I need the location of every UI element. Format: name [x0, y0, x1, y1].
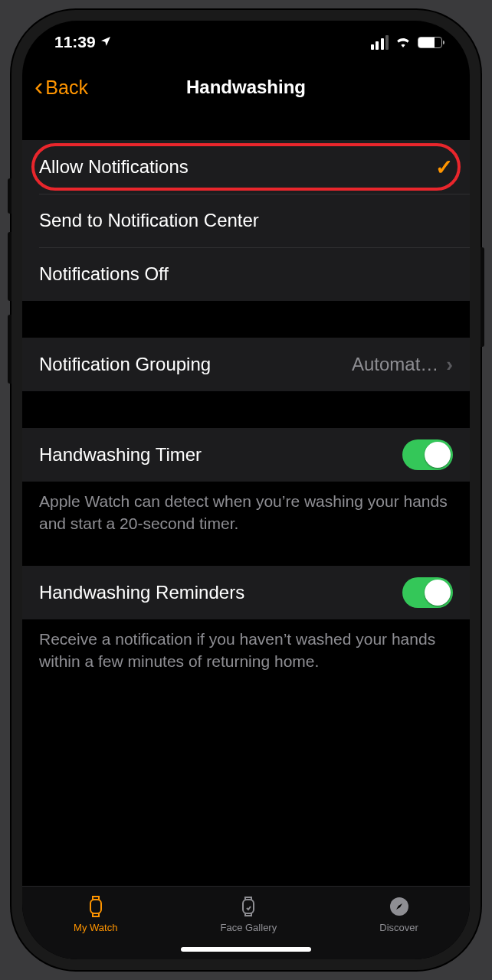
- tab-discover[interactable]: Discover: [379, 894, 418, 933]
- cellular-signal-icon: [371, 35, 389, 50]
- compass-icon: [389, 894, 410, 919]
- watch-icon: [87, 894, 105, 919]
- back-button[interactable]: ‹ Back: [34, 74, 88, 100]
- cell-value: Automat…: [343, 354, 438, 375]
- cell-label: Handwashing Timer: [39, 444, 202, 466]
- svg-rect-1: [243, 900, 254, 913]
- screen: 11:39 ‹ Back Handwashing: [22, 21, 470, 959]
- tab-my-watch[interactable]: My Watch: [74, 894, 117, 933]
- cell-label: Handwashing Reminders: [39, 582, 244, 603]
- handwashing-timer-footer: Apple Watch can detect when you’re washi…: [22, 482, 470, 535]
- option-label: Allow Notifications: [39, 156, 189, 178]
- location-icon: [100, 33, 112, 51]
- option-label: Send to Notification Center: [39, 210, 259, 231]
- cell-label: Notification Grouping: [39, 354, 211, 375]
- side-button: [481, 247, 484, 347]
- battery-icon: [418, 37, 442, 48]
- notification-grouping-group: Notification Grouping Automat… ›: [22, 338, 470, 391]
- status-time: 11:39: [54, 33, 96, 51]
- chevron-right-icon: ›: [446, 353, 453, 377]
- handwashing-reminders-cell[interactable]: Handwashing Reminders: [22, 566, 470, 619]
- handwashing-timer-group: Handwashing Timer: [22, 428, 470, 482]
- notch: [149, 21, 343, 50]
- nav-bar: ‹ Back Handwashing: [22, 64, 470, 111]
- option-label: Notifications Off: [39, 263, 169, 285]
- notification-options-group: Allow Notifications ✓ Send to Notificati…: [22, 140, 470, 301]
- tab-label: My Watch: [74, 922, 117, 933]
- handwashing-reminders-footer: Receive a notification if you haven’t wa…: [22, 619, 470, 673]
- option-allow-notifications[interactable]: Allow Notifications ✓: [22, 140, 470, 194]
- toggle-switch[interactable]: [402, 439, 453, 470]
- content-area: Allow Notifications ✓ Send to Notificati…: [22, 111, 470, 673]
- page-title: Handwashing: [186, 77, 306, 98]
- home-indicator[interactable]: [181, 947, 311, 952]
- face-gallery-icon: [239, 894, 257, 919]
- option-send-to-notification-center[interactable]: Send to Notification Center: [22, 194, 470, 247]
- notification-grouping-cell[interactable]: Notification Grouping Automat… ›: [22, 338, 470, 391]
- checkmark-icon: ✓: [435, 155, 453, 180]
- tab-label: Discover: [379, 922, 418, 933]
- tab-label: Face Gallery: [221, 922, 277, 933]
- wifi-icon: [395, 33, 412, 51]
- svg-rect-0: [90, 900, 101, 913]
- chevron-left-icon: ‹: [34, 73, 43, 99]
- device-frame: 11:39 ‹ Back Handwashing: [11, 10, 481, 970]
- handwashing-reminders-group: Handwashing Reminders: [22, 566, 470, 619]
- option-notifications-off[interactable]: Notifications Off: [22, 247, 470, 301]
- back-label: Back: [45, 77, 88, 99]
- toggle-switch[interactable]: [402, 577, 453, 608]
- tab-face-gallery[interactable]: Face Gallery: [221, 894, 277, 933]
- handwashing-timer-cell[interactable]: Handwashing Timer: [22, 428, 470, 482]
